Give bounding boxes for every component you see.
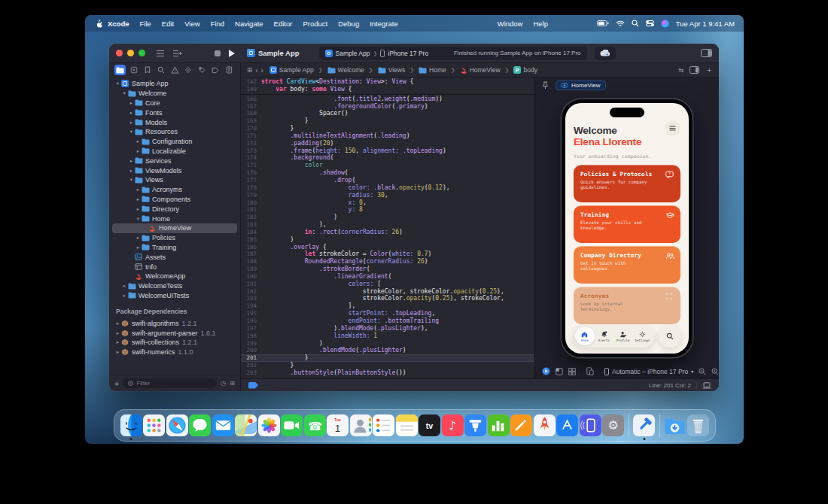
dock-mail[interactable] — [212, 414, 234, 436]
disclosure-closed-icon[interactable]: ▸ — [135, 187, 142, 193]
package-item-swift-collections[interactable]: ▸swift-collections1.2.1 — [112, 338, 237, 348]
code-line-182[interactable]: 182 ) — [241, 214, 534, 221]
disclosure-closed-icon[interactable]: ▸ — [121, 283, 128, 289]
disclosure-open-icon[interactable]: ▾ — [128, 177, 135, 183]
menu-view[interactable]: View — [179, 20, 205, 28]
menu-product[interactable]: Product — [297, 20, 333, 28]
card-acronyms[interactable]: AcronymsLook up internal terminology. — [574, 287, 680, 324]
dock-numbers[interactable] — [488, 414, 510, 436]
disclosure-closed-icon[interactable]: ▸ — [135, 206, 142, 212]
disclosure-closed-icon[interactable]: ▸ — [128, 158, 135, 164]
dock-safari[interactable] — [166, 414, 188, 436]
code-line-184[interactable]: 184 in: .rect(cornerRadius: 26) — [241, 229, 534, 236]
package-item-swift-algorithms[interactable]: ▸swift-algorithms1.2.1 — [112, 318, 237, 328]
menu-integrate[interactable]: Integrate — [364, 20, 403, 28]
dock-xcode[interactable] — [633, 414, 655, 436]
hamburger-menu-button[interactable] — [665, 120, 680, 136]
tree-item-policies[interactable]: ▸Policies — [112, 233, 237, 243]
control-center-icon[interactable] — [646, 20, 654, 26]
tree-item-services[interactable]: ▸Services — [112, 156, 237, 165]
code-line-191[interactable]: 191 colors: [ — [241, 281, 534, 288]
disclosure-open-icon[interactable]: ▾ — [128, 129, 135, 135]
editor-arrange-icon[interactable] — [172, 50, 182, 57]
disclosure-open-icon[interactable]: ▾ — [114, 80, 121, 87]
disclosure-closed-icon[interactable]: ▸ — [135, 235, 142, 241]
tree-item-welcomeapp[interactable]: WelcomeApp — [112, 272, 237, 281]
navigator-tab-reports[interactable] — [224, 65, 235, 75]
dock-system-settings[interactable]: ⚙ — [602, 414, 624, 436]
battery-icon[interactable] — [597, 20, 609, 26]
zoom-actual-icon[interactable] — [711, 368, 719, 375]
code-line-198[interactable]: 198 lineWidth: 1 — [241, 332, 534, 340]
disclosure-closed-icon[interactable]: ▸ — [135, 148, 142, 154]
add-editor-icon[interactable]: ＋ — [705, 65, 713, 75]
breadcrumb-welcome[interactable]: Welcome — [327, 66, 364, 74]
device-settings-icon[interactable] — [586, 367, 594, 375]
code-line-178[interactable]: 178 color: .black.opacity(0.12), — [241, 184, 534, 192]
source-editor[interactable]: 142struct CardView<Destination: View>: V… — [241, 77, 534, 378]
code-line-142[interactable]: 142struct CardView<Destination: View>: V… — [241, 78, 534, 86]
card-company-directory[interactable]: Company DirectoryGet in touch with colle… — [574, 246, 680, 284]
code-line-197[interactable]: 197 ).blendMode(.plusLighter), — [241, 325, 534, 332]
dock-finder[interactable] — [120, 414, 142, 436]
breadcrumb-views[interactable]: Views — [378, 66, 406, 74]
code-line-202[interactable]: 202 } — [241, 362, 534, 369]
code-line-188[interactable]: 188 RoundedRectangle(cornerRadius: 26) — [241, 258, 534, 266]
tab-home[interactable]: Home — [575, 327, 595, 345]
recents-filter-icon[interactable]: ◷ — [221, 380, 226, 387]
apple-logo-icon[interactable] — [94, 19, 102, 29]
tree-item-localizable[interactable]: ▸Localizable — [112, 147, 237, 156]
tree-item-welcometests[interactable]: ▸WelcomeTests — [112, 281, 237, 291]
dock-contacts[interactable] — [350, 414, 372, 436]
tree-item-welcome[interactable]: ▾Welcome — [112, 89, 237, 99]
dock-phone[interactable]: ☎ — [304, 414, 326, 436]
line-col-indicator[interactable]: Line: 201 Col: 2 — [649, 382, 691, 389]
inspector-toggle-icon[interactable] — [701, 49, 712, 57]
code-line-180[interactable]: 180 x: 0, — [241, 199, 534, 207]
code-line-175[interactable]: 175 color — [241, 162, 534, 169]
dock-reminders[interactable] — [373, 414, 394, 436]
tree-item-home[interactable]: ▾Home — [112, 214, 237, 223]
navigator-tab-debug[interactable] — [196, 65, 208, 75]
menu-editor[interactable]: Editor — [269, 20, 298, 28]
disclosure-closed-icon[interactable]: ▸ — [135, 138, 142, 144]
wifi-icon[interactable] — [616, 20, 625, 27]
menu-find[interactable]: Find — [205, 20, 230, 28]
stop-icon[interactable] — [215, 50, 221, 56]
scheme-device[interactable]: iPhone 17 Pro — [388, 50, 428, 57]
code-line-183[interactable]: 183 ), — [241, 221, 534, 229]
disclosure-closed-icon[interactable]: ▸ — [114, 330, 121, 336]
disclosure-closed-icon[interactable]: ▸ — [128, 168, 135, 174]
disclosure-closed-icon[interactable]: ▸ — [135, 244, 142, 250]
tree-item-views[interactable]: ▾Views — [112, 175, 237, 185]
code-line-174[interactable]: 174 .background( — [241, 154, 534, 162]
selectable-icon[interactable] — [556, 368, 563, 375]
code-line-166[interactable]: 166 .font(.title2.weight(.medium)) — [241, 96, 534, 103]
dock-facetime[interactable] — [281, 414, 303, 436]
menu-file[interactable]: File — [135, 20, 157, 28]
dock-calendar[interactable]: Tue1 — [327, 414, 349, 436]
menu-navigate[interactable]: Navigate — [230, 20, 269, 28]
code-line-201[interactable]: 201 } — [241, 354, 534, 362]
navigator-toggle-icon[interactable] — [156, 50, 165, 57]
spotlight-search-icon[interactable] — [632, 20, 639, 27]
tree-item-homeview[interactable]: HomeView — [112, 223, 237, 233]
dock-tv[interactable]: tv — [419, 414, 440, 436]
disclosure-closed-icon[interactable]: ▸ — [128, 120, 135, 126]
navigator-tab-bookmarks[interactable] — [142, 65, 153, 75]
search-button[interactable] — [659, 325, 681, 348]
dock-rocket[interactable] — [534, 414, 556, 436]
close-button[interactable] — [116, 50, 123, 56]
navigator-tab-tests[interactable] — [183, 65, 194, 75]
filter-field[interactable]: Filter — [123, 378, 217, 388]
code-line-169[interactable]: 169 } — [241, 117, 534, 125]
forward-chevron-icon[interactable]: › — [260, 66, 263, 74]
code-line-176[interactable]: 176 .shadow( — [241, 169, 534, 177]
zoom-button[interactable] — [139, 50, 145, 56]
code-line-170[interactable]: 170 } — [241, 125, 534, 132]
code-line-199[interactable]: 199 ) — [241, 340, 534, 348]
disclosure-closed-icon[interactable]: ▸ — [114, 320, 121, 326]
disclosure-open-icon[interactable]: ▾ — [135, 216, 142, 222]
tree-item-models[interactable]: ▸Models — [112, 117, 237, 127]
dock-pages[interactable] — [510, 414, 532, 436]
